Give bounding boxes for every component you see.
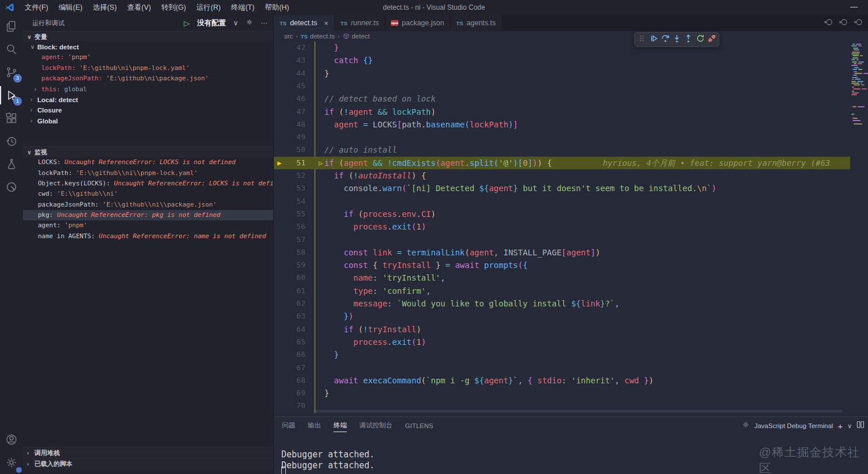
watch-row[interactable]: pkg: Uncaught ReferenceError: pkg is not… — [23, 210, 273, 220]
editor-actions — [824, 17, 863, 29]
panel-tab-输出[interactable]: 输出 — [308, 421, 321, 432]
editor-action-icon[interactable] — [824, 17, 834, 29]
activity-source-control-icon[interactable]: 3 — [0, 61, 23, 84]
variable-row[interactable]: ›Global — [23, 116, 273, 126]
activity-testing-icon[interactable] — [0, 153, 23, 176]
activity-explorer-icon[interactable] — [0, 15, 23, 38]
menu-item[interactable]: 查看(V) — [122, 0, 156, 15]
minimap[interactable] — [850, 41, 868, 417]
tab-detect.ts[interactable]: TSdetect.ts× — [274, 15, 335, 31]
line-number: 47 — [274, 106, 305, 118]
breadcrumb-label: detect — [352, 33, 370, 40]
variable-entry: agent: 'pnpm' — [41, 53, 91, 61]
gear-icon[interactable] — [246, 18, 253, 28]
terminal-dropdown-icon[interactable]: ∨ — [847, 422, 852, 430]
code-text: catch {} — [324, 54, 373, 67]
watch-row[interactable]: agent: 'pnpm' — [23, 220, 273, 231]
code-editor[interactable]: 42 }43 catch {}44}4546// detect based on… — [274, 41, 868, 417]
close-icon[interactable]: × — [324, 19, 328, 28]
watch-row[interactable]: name in AGENTS: Uncaught ReferenceError:… — [23, 231, 273, 242]
breadcrumb-item-detect.ts[interactable]: TSdetect.ts — [301, 33, 335, 40]
watch-entry: lockPath: 'E:\\github\\ni\\pnpm-lock.yam… — [38, 169, 197, 177]
panel-tab-问题[interactable]: 问题 — [282, 421, 295, 432]
split-terminal-icon[interactable] — [857, 421, 865, 431]
menu-item[interactable]: 转到(G) — [156, 0, 191, 15]
terminal-cursor — [281, 467, 286, 474]
line-number: 55 — [274, 208, 305, 220]
editor-action-icon[interactable] — [839, 17, 848, 29]
terminal-profile-label[interactable]: JavaScript Debug Terminal — [754, 422, 833, 429]
activity-history-icon[interactable] — [0, 130, 23, 153]
panel-tab-终端[interactable]: 终端 — [334, 421, 347, 432]
code-text: if (!tryInstall) — [324, 323, 421, 336]
watch-value: 'pnpm' — [64, 222, 87, 229]
tab-runner.ts[interactable]: TSrunner.ts — [335, 15, 385, 31]
activity-account-icon[interactable] — [0, 428, 23, 451]
more-actions-icon[interactable]: ··· — [261, 19, 268, 27]
debug-config-dropdown[interactable]: 没有配置 — [197, 18, 226, 28]
variable-row[interactable]: packageJsonPath: 'E:\github\ni\package.j… — [23, 73, 273, 84]
variable-row[interactable]: agent: 'pnpm' — [23, 52, 273, 63]
variable-row[interactable]: ›Closure — [23, 105, 273, 115]
menu-item[interactable]: 编辑(E) — [53, 0, 88, 15]
line-number: 42 — [274, 41, 305, 54]
activity-search-icon[interactable] — [0, 38, 23, 61]
activity-remote-icon[interactable] — [0, 176, 23, 199]
git-blame-annotation: hyrious, 4个月前 • feat: support yarn@berry… — [603, 157, 830, 169]
breadcrumb-item-src[interactable]: src — [284, 33, 293, 40]
variable-row[interactable]: ›Local: detect — [23, 95, 273, 105]
watch-row[interactable]: cwd: 'E:\\github\\ni' — [23, 189, 273, 199]
watch-row[interactable]: Object.keys(LOCKS): Uncaught ReferenceEr… — [23, 178, 273, 189]
vscode-logo-icon — [5, 2, 15, 13]
watch-row[interactable]: lockPath: 'E:\\github\\ni\\pnpm-lock.yam… — [23, 168, 273, 178]
horizontal-scrollbar[interactable] — [314, 410, 842, 413]
current-line-arrow-icon: ▶ — [277, 157, 281, 169]
tab-agents.ts[interactable]: TSagents.ts — [451, 15, 502, 31]
panel-tab-调试控制台[interactable]: 调试控制台 — [359, 421, 393, 432]
breadcrumb-item-detect[interactable]: detect — [343, 33, 370, 40]
watch-value: Uncaught ReferenceError: LOCKS is not de… — [114, 180, 274, 187]
variables-section-header[interactable]: ∨ 变量 — [23, 31, 273, 42]
code-line-47: 47if (!agent && lockPath) — [274, 106, 850, 118]
watch-row[interactable]: packageJsonPath: 'E:\\github\\ni\\packag… — [23, 200, 273, 210]
section-调用堆栈[interactable]: ›调用堆栈 — [23, 447, 274, 458]
variable-row[interactable]: lockPath: 'E:\github\ni\pnpm-lock.yaml' — [23, 63, 273, 73]
line-number: 53 — [274, 182, 305, 195]
tab-package.json[interactable]: npmpackage.json — [385, 15, 451, 31]
chevron-down-icon[interactable]: ∨ — [233, 19, 238, 27]
watch-section-header[interactable]: ∨ 监视 — [23, 146, 273, 157]
line-number: 69 — [274, 387, 305, 399]
code-line-44: 44} — [274, 67, 850, 80]
start-debug-icon[interactable]: ▷ — [184, 19, 189, 28]
line-number: 61 — [274, 285, 305, 297]
variable-row[interactable]: ∨Block: detect — [23, 42, 273, 52]
menu-item[interactable]: 帮助(H) — [259, 0, 294, 15]
line-number: 52 — [274, 169, 305, 182]
line-number: 56 — [274, 220, 305, 233]
new-terminal-icon[interactable]: + — [838, 421, 843, 431]
activity-run-debug-icon[interactable]: 1 — [0, 84, 23, 107]
variable-entry: packageJsonPath: 'E:\github\ni\package.j… — [41, 75, 208, 82]
tab-label: package.json — [402, 19, 444, 27]
menu-item[interactable]: 文件(F) — [20, 0, 53, 15]
activity-settings-gear-icon[interactable] — [0, 451, 23, 474]
editor-action-icon[interactable] — [854, 17, 863, 29]
code-line-65: 65 process.exit(1) — [274, 336, 850, 348]
section-已载入的脚本[interactable]: ›已载入的脚本 — [23, 458, 274, 469]
menu-item[interactable]: 运行(R) — [191, 0, 226, 15]
menu-item[interactable]: 终端(T) — [226, 0, 259, 15]
watch-entry: pkg: Uncaught ReferenceError: pkg is not… — [38, 211, 220, 219]
menu-item[interactable]: 选择(S) — [88, 0, 122, 15]
watch-row[interactable]: LOCKS: Uncaught ReferenceError: LOCKS is… — [23, 157, 273, 168]
minimize-icon[interactable]: — — [850, 0, 858, 14]
activity-extensions-icon[interactable] — [0, 107, 23, 130]
watch-entry: agent: 'pnpm' — [38, 222, 87, 229]
sidebar-header: 运行和调试 ▷ 没有配置 ∨ ··· — [23, 15, 273, 31]
watch-value: 'E:\\github\\ni\\package.json' — [103, 201, 217, 208]
code-line-48: 48 agent = LOCKS[path.basename(lockPath)… — [274, 118, 850, 131]
chevron-right-icon: › — [338, 33, 339, 40]
panel-tab-GITLENS[interactable]: GITLENS — [405, 422, 433, 431]
variable-row[interactable]: ›this: global — [23, 84, 273, 95]
chevron-down-icon: ∨ — [30, 42, 34, 52]
current-position-icon: ▷ — [319, 157, 323, 169]
